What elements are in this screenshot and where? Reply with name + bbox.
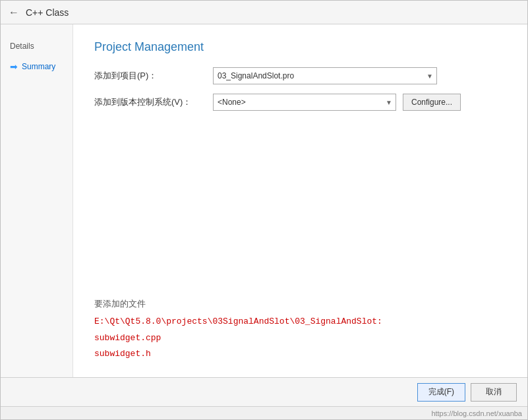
status-bar: https://blog.csdn.net/xuanba [1,406,527,419]
configure-button[interactable]: Configure... [403,94,461,111]
add-to-project-select-wrapper: 03_SignalAndSlot.pro ▼ [213,67,437,84]
window-title: C++ Class [26,7,69,18]
add-to-vcs-select[interactable]: <None> [213,94,396,111]
file-item-h: subwidget.h [94,346,506,361]
files-path: E:\Qt\Qt5.8.0\projects\03SignalAndSlot\0… [94,316,506,326]
add-to-project-row: 添加到项目(P)： 03_SignalAndSlot.pro ▼ [94,67,506,84]
files-heading: 要添加的文件 [94,298,506,310]
add-to-vcs-label: 添加到版本控制系统(V)： [94,96,206,108]
files-section: 要添加的文件 E:\Qt\Qt5.8.0\projects\03SignalAn… [94,285,506,361]
window: ← C++ Class Details ➡ Summary Project Ma… [0,0,528,420]
footer: 完成(F) 取消 [1,377,527,406]
cancel-button[interactable]: 取消 [471,383,517,402]
section-title: Project Management [94,40,506,54]
status-text: https://blog.csdn.net/xuanba [431,409,522,417]
files-list: subwidget.cpp subwidget.h [94,330,506,361]
add-to-project-label: 添加到项目(P)： [94,70,206,82]
sidebar-item-summary[interactable]: ➡ Summary [1,57,73,76]
arrow-icon: ➡ [10,61,18,72]
titlebar: ← C++ Class [1,1,527,24]
sidebar-item-details[interactable]: Details [1,38,73,55]
finish-button[interactable]: 完成(F) [417,383,465,402]
add-to-project-select[interactable]: 03_SignalAndSlot.pro [213,67,437,84]
back-arrow-button[interactable]: ← [9,7,19,18]
add-to-vcs-row: 添加到版本控制系统(V)： <None> ▼ Configure... [94,94,506,111]
sidebar: Details ➡ Summary [1,24,73,377]
sidebar-item-details-label: Details [10,42,34,51]
add-to-vcs-select-wrapper: <None> ▼ [213,94,396,111]
content-area: Details ➡ Summary Project Management 添加到… [1,24,527,377]
file-item-cpp: subwidget.cpp [94,330,506,345]
sidebar-item-summary-label: Summary [22,62,55,71]
main-panel: Project Management 添加到项目(P)： 03_SignalAn… [73,24,527,377]
